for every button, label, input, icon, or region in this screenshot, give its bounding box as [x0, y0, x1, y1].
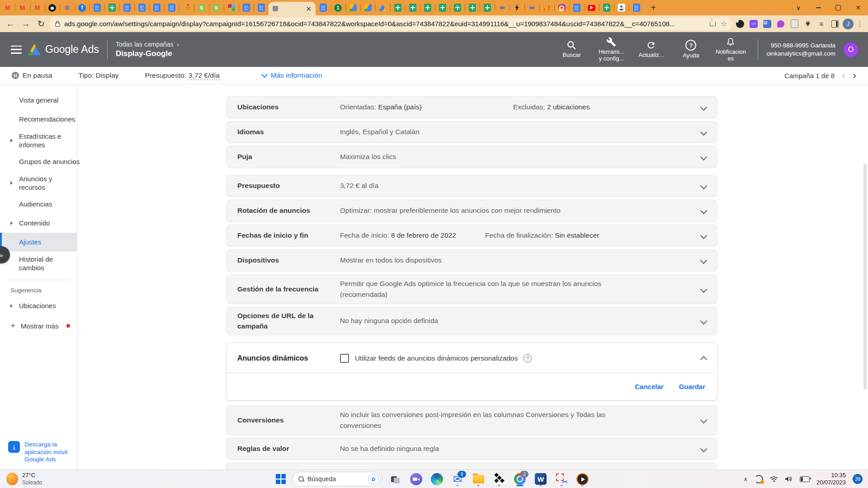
setting-row-puja[interactable]: PujaMaximiza los clics [226, 146, 717, 168]
campaign-budget[interactable]: Presupuesto: 3,72 €/día [145, 71, 220, 80]
notifications-tool[interactable]: Notificaciones [712, 37, 750, 62]
pinned-tab-docs[interactable] [90, 0, 104, 15]
sidebar-item-grupos-de-anuncios[interactable]: Grupos de anuncios [0, 152, 77, 171]
setting-row-reglas-de-valor[interactable]: Reglas de valorNo se ha definido ninguna… [226, 438, 717, 460]
setting-row-ubicaciones[interactable]: UbicacionesOrientadas: España (país)Excl… [226, 96, 717, 118]
sidebar-item-anuncios-y-recursos[interactable]: Anuncios y recursos [0, 171, 77, 195]
weather-widget[interactable]: 27°C Soleado [0, 472, 42, 486]
chevron-down-icon[interactable] [700, 286, 708, 293]
explorer-app-icon[interactable] [471, 472, 486, 486]
pinned-tab-sheets[interactable] [465, 0, 480, 15]
notes-extension-icon[interactable] [788, 18, 800, 30]
setting-row-fechas-de-inicio-y-fin[interactable]: Fechas de inicio y finFecha de inicio: 8… [226, 225, 717, 247]
share-icon[interactable] [710, 22, 716, 26]
pinned-tab-gads[interactable] [360, 0, 375, 15]
dropbox-app-icon[interactable] [492, 472, 506, 486]
sidebar-item-estadísticas-e-informes[interactable]: Estadísticas e informes [0, 129, 77, 152]
pinned-tab-sheets[interactable] [480, 0, 495, 15]
chevron-down-icon[interactable] [700, 183, 708, 190]
sidebar-item-audiencias[interactable]: Audiencias [0, 195, 77, 214]
pinned-tab-docs[interactable] [164, 0, 179, 15]
previous-campaign-button[interactable]: ‹ [842, 70, 845, 81]
chevron-up-icon[interactable] [700, 356, 708, 363]
browser-menu-icon[interactable]: ⋮ [855, 20, 864, 28]
pinned-tab-onenote[interactable] [330, 0, 345, 15]
reload-button[interactable]: ↻ [34, 17, 48, 31]
pinned-tab-slack[interactable] [224, 0, 239, 15]
pinned-tab-docs[interactable] [134, 0, 149, 15]
chrome-app-icon[interactable]: J [513, 472, 527, 486]
breadcrumb-all-campaigns[interactable]: Todas las campañas › [116, 41, 179, 48]
pinned-tab-docs[interactable] [149, 0, 164, 15]
code-extension-icon[interactable]: </> [748, 18, 760, 30]
media-app-icon[interactable] [575, 472, 590, 486]
pinned-tab-sheets[interactable] [450, 0, 465, 15]
menu-hamburger-icon[interactable] [11, 46, 22, 54]
close-window-button[interactable]: ✕ [848, 0, 868, 15]
pinned-tab-gmail[interactable] [0, 0, 15, 15]
cancel-button[interactable]: Cancelar [635, 383, 663, 390]
notification-count-badge[interactable]: 39 [853, 474, 863, 484]
pinned-tab-gads[interactable] [345, 0, 360, 15]
mail-app-icon[interactable]: ✉9 [450, 472, 465, 486]
reading-list-icon[interactable]: ≡ [816, 18, 827, 30]
account-info[interactable]: 950-988-9995 Garlanda oinkanalytics@gmai… [766, 42, 835, 57]
pinned-tab-docs[interactable] [316, 0, 330, 15]
sidebar-item-show-more[interactable]: + Mostrar más [0, 315, 77, 336]
account-avatar[interactable]: O [844, 42, 858, 57]
chevron-down-icon[interactable] [700, 257, 708, 264]
pinned-tab-docs[interactable] [119, 0, 134, 15]
sidebar-item-vista-general[interactable]: Vista general [0, 91, 77, 110]
pinned-tab-shopify[interactable] [194, 0, 209, 15]
expander-arrow-icon[interactable] [10, 139, 13, 142]
setting-row-dispositivos[interactable]: DispositivosMostrar en todos los disposi… [226, 249, 717, 272]
pinned-tab-gmail[interactable] [30, 0, 45, 15]
sidebar-item-ubicaciones[interactable]: Ubicaciones [0, 296, 77, 315]
download-app-link[interactable]: Descarga la aplicación móvil Google Ads [0, 441, 77, 463]
new-tab-button[interactable]: + [646, 1, 660, 14]
pinned-tab-flower[interactable] [60, 0, 75, 15]
wifi-icon[interactable] [770, 476, 778, 482]
search-tool[interactable]: Buscar [552, 40, 590, 59]
pinned-tab-dots[interactable] [179, 0, 194, 15]
pinned-tab-sheets[interactable] [104, 0, 119, 15]
chevron-down-icon[interactable] [700, 129, 708, 136]
pinned-tab-meta[interactable] [495, 0, 509, 15]
setting-row-idiomas[interactable]: IdiomasInglés, Español y Catalán [226, 121, 717, 143]
start-button[interactable] [276, 474, 286, 484]
pinned-tab-docs[interactable] [239, 0, 254, 15]
edge-app-icon[interactable] [429, 472, 444, 486]
expander-arrow-icon[interactable] [10, 181, 13, 185]
expander-arrow-icon[interactable] [10, 221, 13, 225]
taskbar-search[interactable]: Búsqueda b [292, 472, 381, 486]
chevron-down-icon[interactable] [700, 232, 708, 239]
refresh-tool[interactable]: Actualiz... [632, 40, 670, 59]
pinned-tab-meta[interactable] [524, 0, 539, 15]
pinned-tab-docs[interactable] [629, 0, 644, 15]
sidebar-item-ajustes[interactable]: Ajustes [0, 233, 77, 252]
tab-close-icon[interactable]: ✕ [306, 5, 311, 12]
active-tab[interactable]: ✕ [269, 2, 316, 15]
budget-value[interactable]: 3,72 €/día [189, 71, 220, 80]
dark-circle-extension-icon[interactable] [734, 18, 746, 30]
chevron-down-icon[interactable] [700, 154, 708, 161]
setting-row-opciones-de-url-de-la-campaña[interactable]: Opciones de URL de la campañaNo hay ning… [226, 307, 717, 335]
pinned-tab-sheets[interactable] [435, 0, 450, 15]
pinned-tab-github[interactable] [45, 0, 60, 15]
save-button[interactable]: Guardar [679, 383, 705, 390]
volume-icon[interactable] [785, 476, 793, 482]
setting-row-conversiones[interactable]: ConversionesNo incluir las conversiones … [226, 405, 717, 435]
pinned-tab-person[interactable] [614, 0, 629, 15]
pinned-tab-docs[interactable] [569, 0, 584, 15]
sidebar-item-recomendaciones[interactable]: Recomendaciones [0, 110, 77, 129]
hidden-icons-chevron[interactable]: ∧ [743, 476, 748, 483]
sidebar-item-contenido[interactable]: Contenido [0, 214, 77, 233]
setting-row-rotación-de-anuncios[interactable]: Rotación de anunciosOptimizar: mostrar p… [226, 200, 717, 222]
chevron-down-icon[interactable] [700, 318, 708, 325]
side-panel-icon[interactable] [829, 18, 841, 30]
pinned-tab-sheets[interactable] [405, 0, 420, 15]
battery-icon[interactable] [800, 476, 810, 482]
pinned-tab-shopify[interactable] [209, 0, 224, 15]
blue-extension-icon[interactable] [761, 18, 773, 30]
browser-profile-avatar[interactable]: J [843, 19, 854, 29]
